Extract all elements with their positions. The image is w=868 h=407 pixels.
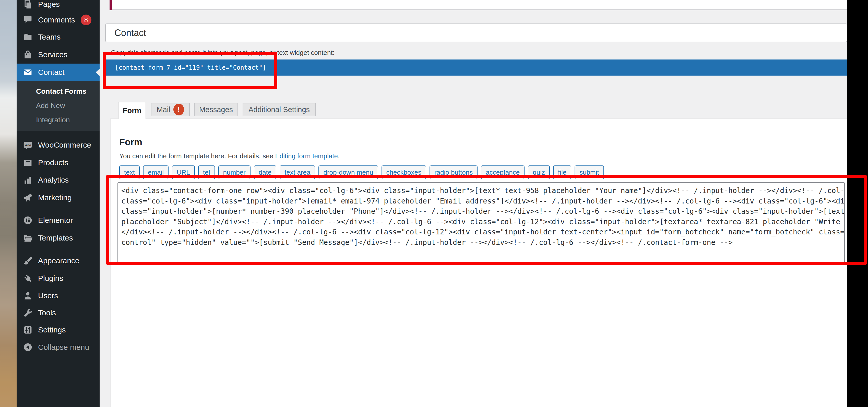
tab-messages[interactable]: Messages [194, 103, 238, 116]
sidebar-item-label: Pages [38, 0, 60, 9]
bar-chart-icon [23, 176, 32, 185]
description-text: You can edit the form template here. For… [119, 152, 275, 160]
desktop-wallpaper-strip [0, 0, 17, 407]
sidebar-item-label: Users [38, 291, 58, 300]
tag-generator-button[interactable]: text area [280, 165, 315, 179]
sidebar-item-marketing[interactable]: Marketing [17, 189, 100, 206]
contact-submenu: Contact Forms Add New Integration [17, 81, 100, 131]
sidebar-item-label: Collapse menu [38, 343, 89, 352]
collapse-arrow-icon [23, 343, 32, 352]
template-code-line: placeholder "Subject"]</div><!-- /.input… [121, 217, 844, 227]
tag-generator-button[interactable]: file [553, 165, 571, 179]
top-white-strip [112, 0, 847, 10]
sidebar-item-templates[interactable]: Templates [17, 229, 100, 246]
sidebar-item-woocommerce[interactable]: Woo WooCommerce [17, 136, 100, 153]
sidebar-item-teams[interactable]: Teams [17, 29, 100, 45]
shortcode-help-text: Copy this shortcode and paste it into yo… [111, 49, 335, 57]
sidebar-item-label: Teams [38, 33, 61, 41]
mail-alert-badge: ! [174, 104, 184, 116]
sidebar-item-users[interactable]: Users [17, 287, 100, 304]
tag-generator-button[interactable]: number [218, 165, 250, 179]
tag-generator-buttons: text email URL tel number date text area… [119, 165, 604, 179]
form-title-value: Contact [115, 28, 146, 38]
user-icon [23, 291, 32, 300]
woocommerce-icon: Woo [23, 140, 32, 150]
tag-generator-button[interactable]: submit [575, 165, 604, 179]
tab-mail[interactable]: Mail ! [151, 103, 190, 116]
editing-form-template-link[interactable]: Editing form template [275, 152, 338, 160]
panel-description: You can edit the form template here. For… [119, 152, 340, 160]
sidebar-item-label: Tools [38, 308, 56, 317]
sidebar-item-collapse-menu[interactable]: Collapse menu [17, 339, 100, 356]
sidebar-item-products[interactable]: Products [17, 154, 100, 171]
sidebar-item-label: Marketing [38, 193, 72, 202]
active-menu-arrow [96, 68, 100, 76]
svg-text:Woo: Woo [25, 143, 31, 147]
sidebar-item-label: Contact [38, 68, 64, 76]
shortcode-value: [contact-form-7 id="119" title="Contact"… [115, 64, 266, 71]
maroon-caret-bar [110, 0, 112, 10]
sidebar-item-label: Settings [38, 325, 66, 334]
sidebar-item-contact[interactable]: Contact [17, 64, 100, 81]
tag-generator-button[interactable]: text [119, 165, 140, 179]
pages-icon [23, 0, 32, 9]
bag-icon [23, 50, 32, 59]
template-code-line: class="col-lg-6"><div class="input-holde… [121, 196, 844, 207]
paintbrush-icon [23, 256, 32, 265]
tag-generator-button[interactable]: radio buttons [430, 165, 477, 179]
sidebar-item-label: WooCommerce [38, 141, 91, 149]
envelope-icon [23, 68, 32, 77]
box-icon [23, 158, 32, 167]
tag-generator-button[interactable]: acceptance [481, 165, 525, 179]
comments-count-badge: 8 [81, 14, 91, 25]
sidebar-item-comments[interactable]: Comments 8 [17, 11, 100, 28]
sidebar-item-pages[interactable]: Pages [17, 0, 100, 13]
tag-generator-button[interactable]: URL [172, 165, 195, 179]
megaphone-icon [23, 193, 32, 202]
sidebar-item-tools[interactable]: Tools [17, 304, 100, 321]
admin-content-area: Contact Copy this shortcode and paste it… [100, 0, 847, 407]
sidebar-item-services[interactable]: Services [17, 46, 100, 63]
form-editor-panel: Form You can edit the form template here… [111, 118, 847, 407]
tab-label: Form [123, 106, 142, 115]
tag-generator-button[interactable]: drop-down menu [318, 165, 378, 179]
sidebar-item-label: Analytics [38, 176, 69, 184]
sidebar-item-settings[interactable]: Settings [17, 321, 100, 338]
sidebar-item-label: Products [38, 158, 68, 167]
form-template-textarea[interactable]: <div class="contact-form-one row"><div c… [118, 182, 845, 264]
wordpress-admin-screen: Pages Comments 8 Teams Services Contact … [0, 0, 868, 407]
sidebar-item-plugins[interactable]: Plugins [17, 270, 100, 287]
tab-form[interactable]: Form [118, 102, 146, 119]
shortcode-field[interactable]: [contact-form-7 id="119" title="Contact"… [105, 60, 847, 75]
sidebar-item-elementor[interactable]: Elementor [17, 212, 100, 229]
template-code-line: control" type="hidden" value="">[submit … [121, 238, 844, 248]
tag-generator-button[interactable]: date [254, 165, 277, 179]
sidebar-item-label: Comments [38, 15, 75, 24]
tab-label: Additional Settings [248, 105, 310, 114]
tab-label: Mail [157, 105, 170, 114]
tag-generator-button[interactable]: tel [198, 165, 215, 179]
sidebar-item-analytics[interactable]: Analytics [17, 171, 100, 188]
submenu-item-integration[interactable]: Integration [17, 112, 100, 128]
tab-label: Messages [199, 105, 233, 114]
sliders-icon [23, 325, 32, 335]
sidebar-item-label: Appearance [38, 256, 80, 265]
tab-additional-settings[interactable]: Additional Settings [243, 103, 316, 116]
tag-generator-button[interactable]: email [143, 165, 168, 179]
sidebar-item-label: Services [38, 50, 67, 59]
wrench-icon [23, 308, 32, 317]
tag-generator-button[interactable]: quiz [528, 165, 550, 179]
template-code-line: <div class="contact-form-one row"><div c… [121, 186, 844, 196]
template-code-line: </div><!-- /.input-holder --></div><!-- … [121, 227, 844, 238]
sidebar-item-label: Templates [38, 233, 73, 242]
sidebar-item-label: Plugins [38, 274, 63, 283]
elementor-icon [23, 216, 32, 225]
comments-icon [23, 15, 32, 25]
admin-sidebar: Pages Comments 8 Teams Services Contact … [17, 0, 100, 407]
tag-generator-button[interactable]: checkboxes [381, 165, 426, 179]
template-code-line: class="input-holder">[number* number-390… [121, 206, 844, 217]
sidebar-item-appearance[interactable]: Appearance [17, 252, 100, 269]
form-title-input[interactable]: Contact [105, 24, 847, 42]
description-period: . [338, 152, 340, 160]
folder-icon [23, 32, 32, 42]
